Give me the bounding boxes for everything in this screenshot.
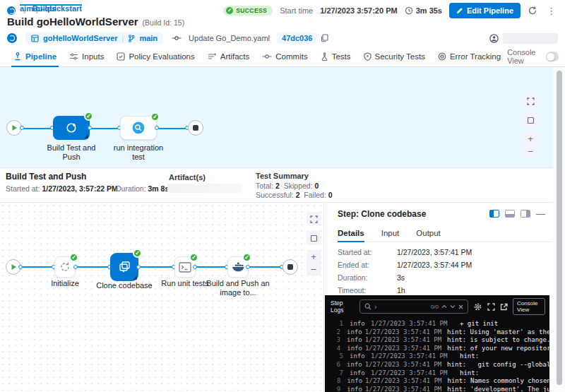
- duration-label: Duration:: [116, 184, 146, 193]
- commit-message[interactable]: Update Go_Demo.yaml: [189, 34, 270, 42]
- repo-name[interactable]: goHelloWorldServer: [43, 34, 118, 42]
- exec-node-initialize[interactable]: ✓: [54, 256, 76, 278]
- ci-stage-icon: [65, 121, 78, 134]
- stage-node-run-integration-test[interactable]: ✓: [120, 116, 157, 140]
- fullscreen-icon[interactable]: [523, 94, 537, 108]
- tab-artifacts[interactable]: Artifacts: [201, 47, 256, 66]
- log-line: 8info1/27/2023 3:57:41 PMhint: Names com…: [335, 377, 549, 386]
- play-icon: [11, 263, 17, 271]
- clock-icon: [405, 6, 413, 15]
- edit-pipeline-label: Edit Pipeline: [467, 6, 513, 15]
- stage-node-label: Build Test and Push: [40, 143, 103, 162]
- log-line: 2info1/27/2023 3:57:41 PMhint: Using 'ma…: [335, 328, 549, 337]
- stage-graph-canvas[interactable]: ✓ ✓ Build Test and Push run integration …: [0, 67, 565, 168]
- tab-label: Error Tracking: [450, 52, 501, 61]
- field-value: 1/27/2023, 3:57:41 PM: [397, 248, 472, 256]
- tab-security-tests[interactable]: Security Tests: [357, 47, 432, 66]
- stage-started: Started at: 1/27/2023, 3:57:22 PM: [6, 184, 118, 193]
- stage-details-band: Build Test and Push Started at: 1/27/202…: [0, 168, 565, 203]
- stage-node-label: run integration test: [107, 143, 170, 162]
- tab-output[interactable]: Output: [416, 224, 441, 242]
- log-line: 4info1/27/2023 3:57:41 PMhint: of your n…: [335, 345, 549, 353]
- node-corner-flag: [84, 134, 88, 138]
- log-line: 7info1/27/2023 3:57:41 PMhint:: [335, 369, 549, 378]
- copy-icon[interactable]: [321, 34, 328, 42]
- stage-end-node: [188, 120, 203, 136]
- test-summary-line2: Successful: 2 Failed: 0: [256, 191, 333, 199]
- artifact-redacted: [167, 184, 242, 193]
- edit-pipeline-button[interactable]: Edit Pipeline: [449, 3, 521, 18]
- user-icon: [489, 34, 499, 43]
- docker-icon: [232, 261, 245, 273]
- fit-to-view-icon[interactable]: [307, 231, 321, 245]
- console-view-toggle[interactable]: [546, 52, 559, 61]
- shield-icon: [364, 52, 371, 61]
- field-started-at: Started at: 1/27/2023, 3:57:41 PM: [338, 248, 472, 256]
- fullscreen-icon[interactable]: [307, 212, 321, 226]
- tab-pipeline[interactable]: Pipeline: [7, 47, 63, 66]
- success-check-icon: ✓: [133, 249, 142, 258]
- step-fields: Started at: 1/27/2023, 3:57:41 PM Ended …: [338, 248, 472, 299]
- stage-title: Build Test and Push: [6, 172, 86, 182]
- pencil-icon: [456, 7, 463, 14]
- field-duration: Duration: 3s: [338, 273, 472, 282]
- open-in-new-icon[interactable]: [500, 303, 508, 311]
- stop-icon: [193, 125, 198, 131]
- zoom-out-icon[interactable]: −: [523, 145, 537, 158]
- console-view-button[interactable]: Console View: [513, 298, 545, 315]
- tab-commits[interactable]: Commits: [256, 47, 314, 66]
- tab-policy-evaluations[interactable]: Policy Evaluations: [110, 47, 201, 66]
- success-check-icon: ✓: [84, 112, 93, 121]
- pipeline-icon: [13, 52, 22, 61]
- log-fullscreen-icon[interactable]: [487, 303, 495, 311]
- page-title: Build goHelloWorldServer: [7, 16, 138, 28]
- exec-node-label: Clone codebase: [93, 281, 156, 290]
- tab-error-tracking[interactable]: Error Tracking: [432, 47, 507, 66]
- more-options-icon[interactable]: ⋮: [545, 6, 558, 16]
- artifacts-icon: [208, 52, 217, 61]
- field-value: 3s: [397, 273, 405, 282]
- exec-node-clone-codebase[interactable]: ✓: [110, 253, 138, 281]
- chevron-up-icon[interactable]: [441, 304, 447, 309]
- field-value: 1/27/2023, 3:57:44 PM: [397, 261, 472, 269]
- scrollbar-thumb[interactable]: [557, 71, 562, 385]
- layout-bottom-icon[interactable]: [505, 210, 515, 218]
- commits-icon: [262, 53, 272, 60]
- log-line: 6info1/27/2023 3:57:41 PMhint: git confi…: [335, 361, 549, 369]
- breadcrumb-builds[interactable]: Builds: [32, 4, 56, 6]
- log-settings-gear-icon[interactable]: [473, 302, 482, 311]
- terminal-icon: [179, 262, 191, 273]
- search-count: 0/0: [431, 304, 439, 310]
- fit-to-view-icon[interactable]: [523, 113, 537, 127]
- refresh-icon[interactable]: [528, 6, 537, 16]
- commit-sha[interactable]: 47dc036: [277, 32, 317, 44]
- tab-label: Security Tests: [375, 52, 425, 61]
- step-logs-console: Step Logs › 0/0 Console View: [325, 295, 549, 392]
- tab-label: Commits: [275, 52, 307, 61]
- tab-details[interactable]: Details: [338, 224, 364, 242]
- field-value: 1h: [397, 286, 405, 295]
- repo-branch-pill[interactable]: goHelloWorldServer | main: [25, 32, 163, 44]
- initialize-icon: [59, 261, 71, 273]
- log-search-input[interactable]: › 0/0: [359, 299, 468, 314]
- layout-left-icon[interactable]: [489, 210, 499, 218]
- zoom-out-icon[interactable]: −: [307, 263, 321, 275]
- page-scrollbar[interactable]: [553, 67, 565, 392]
- zoom-in-icon[interactable]: +: [307, 250, 321, 263]
- execution-graph-canvas[interactable]: ✓ ✓ ✓ ✓ Initialize Clone codebase Run un…: [0, 203, 324, 392]
- tab-inputs[interactable]: Inputs: [63, 47, 110, 66]
- zoom-in-icon[interactable]: +: [523, 132, 537, 145]
- branch-name[interactable]: main: [139, 34, 157, 42]
- test-summary-line1: Total: 2 Skipped: 0: [256, 182, 319, 190]
- chevron-down-icon[interactable]: [450, 304, 456, 309]
- minimize-icon[interactable]: —: [536, 208, 545, 219]
- exec-node-label: Initialize: [37, 279, 93, 288]
- total-value: 2: [275, 182, 280, 190]
- stage-node-build-test-and-push[interactable]: ✓: [53, 116, 90, 140]
- tab-tests[interactable]: Tests: [314, 47, 357, 66]
- top-header: aim-ci-quickstart › Builds › ✓ SUCCESS S…: [0, 0, 565, 47]
- close-icon[interactable]: [458, 304, 463, 309]
- layout-right-icon[interactable]: [521, 210, 530, 218]
- exec-node-label: Run unit tests: [157, 279, 213, 288]
- tab-input[interactable]: Input: [381, 224, 400, 242]
